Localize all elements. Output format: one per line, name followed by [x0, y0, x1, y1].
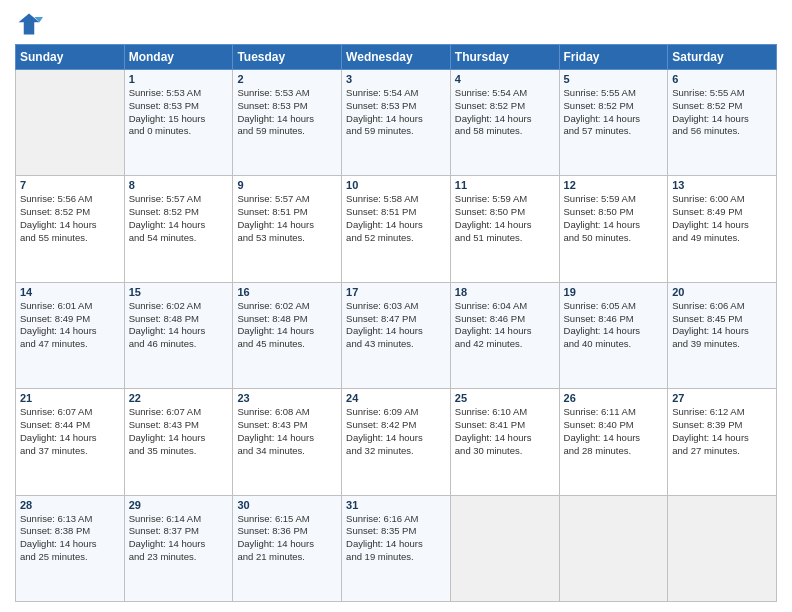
- day-info: Sunrise: 5:57 AMSunset: 8:51 PMDaylight:…: [237, 193, 337, 244]
- week-row-2: 7Sunrise: 5:56 AMSunset: 8:52 PMDaylight…: [16, 176, 777, 282]
- day-info: Sunrise: 6:11 AMSunset: 8:40 PMDaylight:…: [564, 406, 664, 457]
- calendar-cell: 23Sunrise: 6:08 AMSunset: 8:43 PMDayligh…: [233, 389, 342, 495]
- day-info: Sunrise: 5:55 AMSunset: 8:52 PMDaylight:…: [672, 87, 772, 138]
- calendar-cell: 5Sunrise: 5:55 AMSunset: 8:52 PMDaylight…: [559, 70, 668, 176]
- day-number: 7: [20, 179, 120, 191]
- day-number: 27: [672, 392, 772, 404]
- day-info: Sunrise: 6:06 AMSunset: 8:45 PMDaylight:…: [672, 300, 772, 351]
- calendar-cell: 19Sunrise: 6:05 AMSunset: 8:46 PMDayligh…: [559, 282, 668, 388]
- day-info: Sunrise: 5:56 AMSunset: 8:52 PMDaylight:…: [20, 193, 120, 244]
- calendar-cell: 24Sunrise: 6:09 AMSunset: 8:42 PMDayligh…: [342, 389, 451, 495]
- day-info: Sunrise: 5:54 AMSunset: 8:52 PMDaylight:…: [455, 87, 555, 138]
- calendar-cell: 13Sunrise: 6:00 AMSunset: 8:49 PMDayligh…: [668, 176, 777, 282]
- calendar-cell: 15Sunrise: 6:02 AMSunset: 8:48 PMDayligh…: [124, 282, 233, 388]
- day-info: Sunrise: 6:02 AMSunset: 8:48 PMDaylight:…: [129, 300, 229, 351]
- day-number: 25: [455, 392, 555, 404]
- day-number: 3: [346, 73, 446, 85]
- calendar-cell: 10Sunrise: 5:58 AMSunset: 8:51 PMDayligh…: [342, 176, 451, 282]
- header-friday: Friday: [559, 45, 668, 70]
- calendar-cell: 9Sunrise: 5:57 AMSunset: 8:51 PMDaylight…: [233, 176, 342, 282]
- day-number: 17: [346, 286, 446, 298]
- day-info: Sunrise: 5:53 AMSunset: 8:53 PMDaylight:…: [237, 87, 337, 138]
- day-info: Sunrise: 6:05 AMSunset: 8:46 PMDaylight:…: [564, 300, 664, 351]
- calendar-cell: 25Sunrise: 6:10 AMSunset: 8:41 PMDayligh…: [450, 389, 559, 495]
- calendar-cell: 17Sunrise: 6:03 AMSunset: 8:47 PMDayligh…: [342, 282, 451, 388]
- calendar-cell: [16, 70, 125, 176]
- calendar-cell: 6Sunrise: 5:55 AMSunset: 8:52 PMDaylight…: [668, 70, 777, 176]
- page: SundayMondayTuesdayWednesdayThursdayFrid…: [0, 0, 792, 612]
- calendar-cell: 18Sunrise: 6:04 AMSunset: 8:46 PMDayligh…: [450, 282, 559, 388]
- day-number: 29: [129, 499, 229, 511]
- calendar-cell: 4Sunrise: 5:54 AMSunset: 8:52 PMDaylight…: [450, 70, 559, 176]
- day-info: Sunrise: 6:07 AMSunset: 8:43 PMDaylight:…: [129, 406, 229, 457]
- day-info: Sunrise: 6:08 AMSunset: 8:43 PMDaylight:…: [237, 406, 337, 457]
- header-wednesday: Wednesday: [342, 45, 451, 70]
- day-number: 19: [564, 286, 664, 298]
- calendar-cell: 30Sunrise: 6:15 AMSunset: 8:36 PMDayligh…: [233, 495, 342, 601]
- calendar-cell: 22Sunrise: 6:07 AMSunset: 8:43 PMDayligh…: [124, 389, 233, 495]
- day-number: 22: [129, 392, 229, 404]
- day-number: 15: [129, 286, 229, 298]
- header-tuesday: Tuesday: [233, 45, 342, 70]
- calendar-cell: [668, 495, 777, 601]
- day-number: 21: [20, 392, 120, 404]
- calendar-cell: 28Sunrise: 6:13 AMSunset: 8:38 PMDayligh…: [16, 495, 125, 601]
- week-row-5: 28Sunrise: 6:13 AMSunset: 8:38 PMDayligh…: [16, 495, 777, 601]
- day-info: Sunrise: 6:02 AMSunset: 8:48 PMDaylight:…: [237, 300, 337, 351]
- svg-marker-0: [19, 14, 40, 35]
- calendar-cell: 29Sunrise: 6:14 AMSunset: 8:37 PMDayligh…: [124, 495, 233, 601]
- day-number: 16: [237, 286, 337, 298]
- day-info: Sunrise: 5:59 AMSunset: 8:50 PMDaylight:…: [564, 193, 664, 244]
- day-info: Sunrise: 5:57 AMSunset: 8:52 PMDaylight:…: [129, 193, 229, 244]
- day-info: Sunrise: 6:16 AMSunset: 8:35 PMDaylight:…: [346, 513, 446, 564]
- day-number: 4: [455, 73, 555, 85]
- day-info: Sunrise: 6:01 AMSunset: 8:49 PMDaylight:…: [20, 300, 120, 351]
- day-number: 12: [564, 179, 664, 191]
- day-number: 1: [129, 73, 229, 85]
- day-info: Sunrise: 6:10 AMSunset: 8:41 PMDaylight:…: [455, 406, 555, 457]
- day-info: Sunrise: 5:58 AMSunset: 8:51 PMDaylight:…: [346, 193, 446, 244]
- day-number: 24: [346, 392, 446, 404]
- calendar-cell: 1Sunrise: 5:53 AMSunset: 8:53 PMDaylight…: [124, 70, 233, 176]
- day-info: Sunrise: 6:07 AMSunset: 8:44 PMDaylight:…: [20, 406, 120, 457]
- day-number: 2: [237, 73, 337, 85]
- logo-icon: [15, 10, 43, 38]
- calendar-cell: 26Sunrise: 6:11 AMSunset: 8:40 PMDayligh…: [559, 389, 668, 495]
- day-number: 13: [672, 179, 772, 191]
- day-number: 23: [237, 392, 337, 404]
- day-info: Sunrise: 6:15 AMSunset: 8:36 PMDaylight:…: [237, 513, 337, 564]
- calendar-cell: 16Sunrise: 6:02 AMSunset: 8:48 PMDayligh…: [233, 282, 342, 388]
- calendar-cell: 31Sunrise: 6:16 AMSunset: 8:35 PMDayligh…: [342, 495, 451, 601]
- day-number: 11: [455, 179, 555, 191]
- day-info: Sunrise: 6:00 AMSunset: 8:49 PMDaylight:…: [672, 193, 772, 244]
- day-number: 5: [564, 73, 664, 85]
- calendar-cell: [559, 495, 668, 601]
- day-number: 28: [20, 499, 120, 511]
- calendar-cell: 14Sunrise: 6:01 AMSunset: 8:49 PMDayligh…: [16, 282, 125, 388]
- day-number: 8: [129, 179, 229, 191]
- header-monday: Monday: [124, 45, 233, 70]
- week-row-4: 21Sunrise: 6:07 AMSunset: 8:44 PMDayligh…: [16, 389, 777, 495]
- day-info: Sunrise: 5:54 AMSunset: 8:53 PMDaylight:…: [346, 87, 446, 138]
- day-info: Sunrise: 5:53 AMSunset: 8:53 PMDaylight:…: [129, 87, 229, 138]
- day-number: 20: [672, 286, 772, 298]
- logo: [15, 10, 47, 38]
- calendar-cell: 21Sunrise: 6:07 AMSunset: 8:44 PMDayligh…: [16, 389, 125, 495]
- calendar-cell: 3Sunrise: 5:54 AMSunset: 8:53 PMDaylight…: [342, 70, 451, 176]
- day-number: 31: [346, 499, 446, 511]
- calendar-cell: 7Sunrise: 5:56 AMSunset: 8:52 PMDaylight…: [16, 176, 125, 282]
- header-sunday: Sunday: [16, 45, 125, 70]
- calendar-cell: 27Sunrise: 6:12 AMSunset: 8:39 PMDayligh…: [668, 389, 777, 495]
- calendar-header-row: SundayMondayTuesdayWednesdayThursdayFrid…: [16, 45, 777, 70]
- day-info: Sunrise: 5:55 AMSunset: 8:52 PMDaylight:…: [564, 87, 664, 138]
- header-thursday: Thursday: [450, 45, 559, 70]
- day-info: Sunrise: 6:13 AMSunset: 8:38 PMDaylight:…: [20, 513, 120, 564]
- day-number: 18: [455, 286, 555, 298]
- calendar-cell: 2Sunrise: 5:53 AMSunset: 8:53 PMDaylight…: [233, 70, 342, 176]
- header-saturday: Saturday: [668, 45, 777, 70]
- day-number: 30: [237, 499, 337, 511]
- day-info: Sunrise: 6:04 AMSunset: 8:46 PMDaylight:…: [455, 300, 555, 351]
- day-number: 9: [237, 179, 337, 191]
- day-info: Sunrise: 6:03 AMSunset: 8:47 PMDaylight:…: [346, 300, 446, 351]
- day-number: 10: [346, 179, 446, 191]
